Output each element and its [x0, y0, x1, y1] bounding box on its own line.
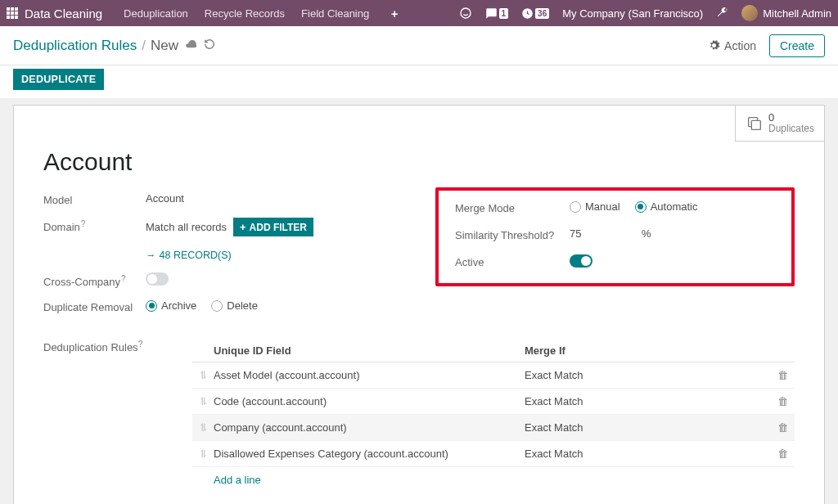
trash-icon[interactable]: 🗑	[770, 395, 795, 407]
right-column: Merge Mode Manual Automatic	[435, 192, 795, 286]
rules-header-field[interactable]: Unique ID Field	[214, 344, 525, 357]
table-row[interactable]: ⥮ Code (account.account) Exact Match 🗑	[192, 389, 795, 415]
label-merge-mode: Merge Mode	[455, 200, 570, 214]
trash-icon[interactable]: 🗑	[770, 448, 795, 460]
duplicates-icon	[746, 115, 764, 133]
dup-removal-archive[interactable]: Archive	[146, 299, 196, 312]
create-button[interactable]: Create	[769, 34, 825, 57]
brand-title[interactable]: Data Cleaning	[25, 7, 102, 20]
active-toggle[interactable]	[570, 254, 592, 268]
form-sheet: 0 Duplicates Account Model Account Domai…	[13, 105, 825, 504]
label-cross-company: Cross-Company?	[43, 272, 146, 288]
duplicates-count: 0	[768, 112, 814, 124]
label-domain: Domain?	[43, 218, 146, 233]
brand-wrap[interactable]: Data Cleaning	[7, 7, 102, 20]
drag-handle-icon[interactable]: ⥮	[192, 395, 214, 407]
sim-threshold-unit: %	[642, 227, 651, 240]
cloud-save-icon[interactable]	[185, 38, 197, 53]
label-active: Active	[455, 254, 570, 268]
label-dup-removal: Duplicate Removal	[43, 299, 146, 313]
add-filter-button[interactable]: + ADD FILTER	[233, 218, 313, 236]
svg-rect-2	[751, 120, 760, 129]
drag-handle-icon[interactable]: ⥮	[192, 421, 214, 434]
status-strip: DEDUPLICATE	[0, 65, 838, 98]
breadcrumb-current: New	[151, 38, 178, 54]
label-model: Model	[43, 192, 146, 206]
trash-icon[interactable]: 🗑	[770, 421, 795, 434]
merge-mode-manual[interactable]: Manual	[570, 200, 620, 213]
avatar	[741, 5, 758, 21]
merge-mode-automatic[interactable]: Automatic	[635, 200, 698, 213]
user-name: Mitchell Admin	[763, 7, 831, 20]
nav-recycle-records[interactable]: Recycle Records	[205, 7, 285, 20]
domain-match-text: Match all records	[146, 221, 227, 233]
label-sim-threshold: Similarity Threshold?	[455, 227, 570, 241]
value-model[interactable]: Account	[146, 192, 403, 205]
user-menu[interactable]: Mitchell Admin	[741, 5, 831, 21]
table-row[interactable]: ⥮ Company (account.account) Exact Match …	[192, 415, 795, 441]
support-icon[interactable]	[459, 7, 472, 20]
cross-company-toggle[interactable]	[146, 272, 169, 286]
svg-point-0	[461, 8, 471, 18]
apps-icon[interactable]	[7, 7, 18, 19]
discard-icon[interactable]	[204, 38, 215, 52]
duplicates-stat[interactable]: 0 Duplicates	[735, 105, 825, 142]
messages-icon[interactable]: 1	[485, 7, 509, 20]
top-navbar: Data Cleaning Deduplication Recycle Reco…	[0, 0, 838, 26]
nav-field-cleaning[interactable]: Field Cleaning	[301, 7, 369, 20]
drag-handle-icon[interactable]: ⥮	[192, 448, 214, 460]
rules-header-merge[interactable]: Merge If	[525, 344, 770, 357]
activities-icon[interactable]: 36	[521, 7, 549, 20]
rules-table: Unique ID Field Merge If ⥮ Asset Model (…	[192, 340, 795, 493]
breadcrumb-root[interactable]: Deduplication Rules	[13, 38, 137, 54]
left-column: Model Account Domain? Match all records …	[43, 192, 403, 325]
control-bar: Deduplication Rules / New Action Create	[0, 26, 838, 65]
sim-threshold-value[interactable]: 75	[570, 227, 635, 240]
table-row[interactable]: ⥮ Disallowed Expenses Category (account.…	[192, 441, 795, 467]
duplicates-label: Duplicates	[768, 124, 814, 134]
label-dedup-rules: Deduplication Rules?	[43, 340, 192, 493]
table-row[interactable]: ⥮ Asset Model (account.account) Exact Ma…	[192, 362, 795, 389]
deduplicate-button[interactable]: DEDUPLICATE	[13, 69, 104, 90]
drag-handle-icon[interactable]: ⥮	[192, 369, 214, 381]
records-link[interactable]: → 48 RECORD(S)	[146, 250, 232, 261]
main-scroll[interactable]: DEDUPLICATE 0 Duplicates Account Model A…	[0, 65, 838, 504]
dup-removal-delete[interactable]: Delete	[211, 299, 258, 312]
highlight-box: Merge Mode Manual Automatic	[435, 187, 795, 286]
nav-deduplication[interactable]: Deduplication	[124, 7, 188, 20]
trash-icon[interactable]: 🗑	[770, 369, 795, 381]
breadcrumb: Deduplication Rules / New	[13, 38, 215, 54]
activities-badge: 36	[535, 8, 549, 19]
breadcrumb-sep: /	[142, 38, 146, 54]
add-line-link[interactable]: Add a line	[192, 467, 795, 493]
nav-add-menu[interactable]: +	[385, 4, 403, 22]
messages-badge: 1	[499, 8, 509, 19]
action-label: Action	[724, 39, 756, 52]
settings-icon[interactable]	[716, 6, 728, 20]
page-title[interactable]: Account	[43, 106, 795, 192]
action-dropdown[interactable]: Action	[708, 39, 756, 52]
company-switcher[interactable]: My Company (San Francisco)	[562, 7, 703, 20]
